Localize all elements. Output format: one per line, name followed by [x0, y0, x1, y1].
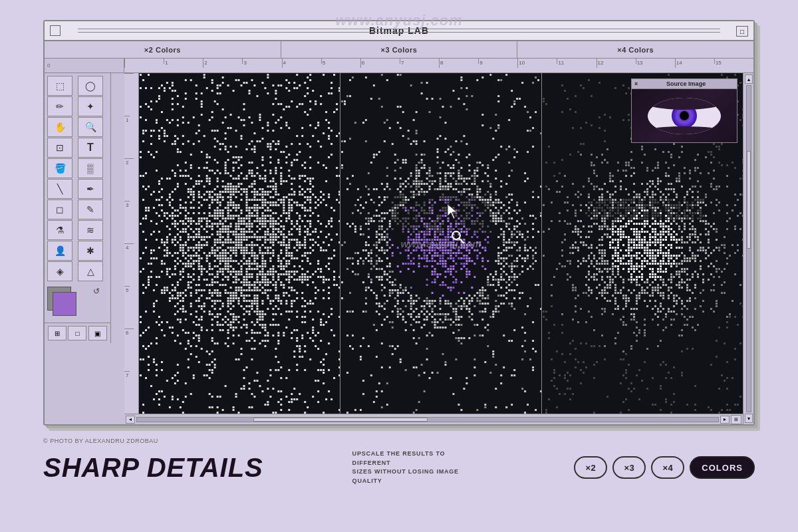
title-bar-decoration [78, 29, 720, 33]
tool-magic-wand[interactable]: ✦ [78, 96, 103, 116]
tool-crop[interactable]: ⊡ [47, 138, 72, 158]
source-image-content [632, 89, 737, 142]
window-icon [50, 25, 61, 36]
eye-pupil [680, 111, 689, 120]
canvas-x3 [340, 73, 541, 414]
tool-text[interactable]: T [78, 138, 103, 158]
tool-marquee-ellipse[interactable]: ◯ [78, 76, 103, 96]
image-panels: www.anyusj.com [139, 73, 743, 414]
description-container: UPSCALE THE RESULTS TO DIFFERENT SIZES W… [352, 450, 485, 485]
tool-marquee-rect[interactable]: ⬚ [47, 76, 72, 96]
tool-lasso[interactable]: ✏ [47, 96, 72, 116]
app-window: Bitmap LAB □ ×2 Colors ×3 Colors ×4 Colo… [43, 20, 755, 426]
scroll-track-v[interactable] [746, 85, 751, 412]
tool-blur[interactable]: ≋ [78, 220, 103, 240]
color-swatches: ↺ [47, 287, 108, 320]
tool-hand[interactable]: ✋ [47, 117, 72, 137]
scroll-corner-btn[interactable]: ⊞ [731, 415, 741, 424]
tool-smudge[interactable]: ✱ [78, 241, 103, 261]
source-image-title-bar: × Source Image [632, 79, 737, 89]
ruler-horizontal: 123456789101112131415 [124, 59, 753, 73]
title-bar-left [50, 25, 61, 36]
eye-white [648, 98, 721, 134]
tool-bottom-2[interactable]: □ [68, 326, 86, 340]
tab-bar: ×2 Colors ×3 Colors ×4 Colors [45, 41, 753, 59]
tool-bottom-1[interactable]: ⊞ [48, 326, 66, 340]
eye-illustration [632, 89, 737, 142]
bottom-bar: SHARP DETAILS UPSCALE THE RESULTS TO DIF… [43, 450, 755, 485]
scale-x2-button[interactable]: ×2 [574, 456, 607, 479]
scroll-down-button[interactable]: ▾ [745, 414, 753, 423]
tool-eraser[interactable]: ◻ [47, 200, 72, 219]
tool-shape2[interactable]: △ [78, 261, 103, 281]
source-image-close[interactable]: × [634, 80, 638, 87]
scroll-thumb-v[interactable] [747, 151, 751, 249]
toolbox: ⬚ ◯ ✏ ✦ ✋ 🔍 ⊡ T 🪣 ▒ ╲ ✒ ◻ ✎ ⚗ ≋ 👤 [45, 73, 111, 343]
scroll-thumb-h[interactable] [253, 418, 428, 422]
panel-x3: www.anyusj.com [340, 73, 542, 414]
scale-x3-button[interactable]: ×3 [612, 456, 646, 479]
tool-zoom[interactable]: 🔍 [78, 117, 103, 137]
tool-shape1[interactable]: ◈ [47, 261, 72, 281]
title-bar-right: □ [736, 25, 748, 37]
source-image-overlay: × Source Image [631, 78, 737, 143]
description-line2: SIZES WITHOUT LOSING IMAGE QUALITY [352, 467, 485, 485]
tool-burn[interactable]: ⚗ [47, 220, 72, 240]
tool-line[interactable]: ╲ [47, 179, 72, 199]
description-line1: UPSCALE THE RESULTS TO DIFFERENT [352, 450, 485, 467]
colors-button[interactable]: COLORS [690, 456, 755, 479]
photo-credit: © PHOTO BY ALEXANDRU ZDROBAU [43, 438, 755, 444]
main-content: 123456789101112131415 1234567 [124, 59, 753, 424]
eyelid-bottom [648, 126, 721, 134]
vertical-scrollbar: ▴ ▾ [743, 73, 753, 424]
scroll-right-button[interactable]: ▸ [720, 416, 730, 424]
tool-gradient[interactable]: ▒ [78, 158, 103, 178]
scale-x4-button[interactable]: ×4 [651, 456, 684, 479]
panel-x4: × Source Image [542, 73, 743, 414]
scroll-up-button[interactable]: ▴ [745, 74, 753, 84]
scale-buttons: ×2 ×3 ×4 COLORS [574, 456, 755, 479]
scroll-left-button[interactable]: ◂ [126, 416, 135, 424]
tab-x2[interactable]: ×2 Colors [45, 41, 281, 58]
tool-bottom-3[interactable]: ▣ [88, 326, 107, 340]
tool-pencil[interactable]: ✎ [78, 200, 103, 219]
canvas-x2 [139, 73, 340, 414]
maximize-button[interactable]: □ [736, 26, 748, 37]
ruler-corner: 0 [45, 59, 124, 73]
tab-x4[interactable]: ×4 Colors [517, 41, 753, 58]
tab-x3[interactable]: ×3 Colors [281, 41, 518, 58]
tool-icons-bottom: ⊞ □ ▣ [45, 323, 110, 343]
tool-eyedropper[interactable]: ✒ [78, 179, 103, 199]
title-bar: Bitmap LAB □ [45, 21, 753, 41]
panel-x2 [139, 73, 340, 414]
eyelid-top [648, 98, 721, 110]
bottom-area: © PHOTO BY ALEXANDRU ZDROBAU SHARP DETAI… [43, 438, 755, 485]
ruler-vertical: 1234567 [124, 73, 139, 414]
tool-person[interactable]: 👤 [47, 241, 72, 261]
sharp-details-title: SHARP DETAILS [43, 453, 263, 483]
tool-paint-bucket[interactable]: 🪣 [47, 158, 72, 178]
source-image-title: Source Image [666, 80, 706, 87]
swap-colors-icon[interactable]: ↺ [93, 287, 100, 296]
scroll-track-h[interactable] [136, 417, 719, 422]
background-color[interactable] [53, 292, 76, 316]
color-area: ↺ [45, 284, 110, 323]
tool-grid: ⬚ ◯ ✏ ✦ ✋ 🔍 ⊡ T 🪣 ▒ ╲ ✒ ◻ ✎ ⚗ ≋ 👤 [45, 73, 110, 284]
horizontal-scrollbar: ◂ ▸ ⊞ [124, 414, 743, 424]
